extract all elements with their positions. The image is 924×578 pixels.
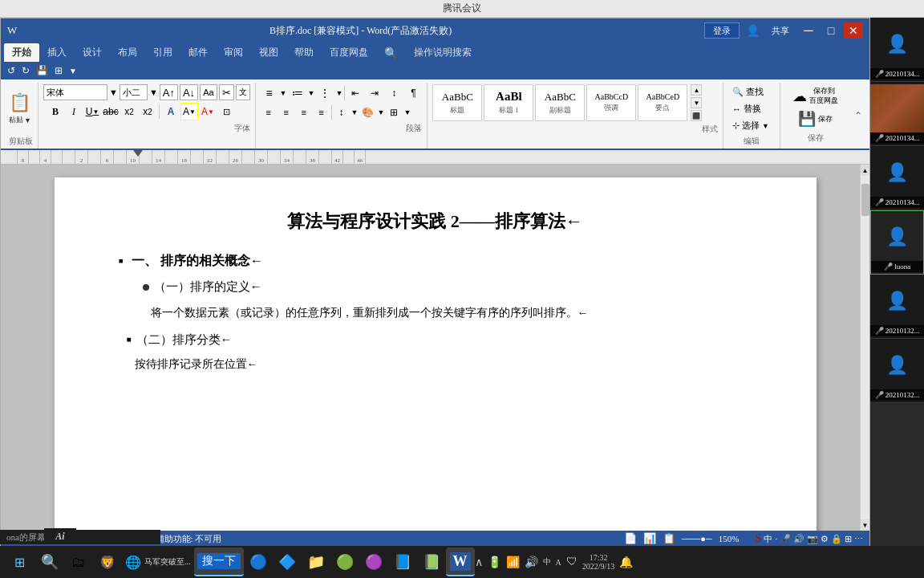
style-emphasis[interactable]: AaBbCcD 强调 (586, 84, 636, 121)
font-increase-button[interactable]: A↑ (160, 84, 178, 100)
highlight-button[interactable]: A▼ (180, 103, 198, 120)
find-button[interactable]: 🔍 查找 (728, 84, 775, 100)
taskbar-explorer[interactable]: 📁 (302, 547, 330, 576)
unordered-dropdown-icon[interactable]: ▼ (280, 89, 287, 97)
taskbar-greenapp[interactable]: 📗 (417, 547, 446, 576)
more-icon[interactable]: ⋯ (854, 534, 863, 544)
notification-icon[interactable]: 🔔 (619, 556, 633, 569)
ime-en-label[interactable]: A (556, 558, 561, 567)
view-icon-1[interactable]: 📄 (624, 532, 637, 545)
style-subtitle[interactable]: AaBbC 副标题 (535, 84, 585, 121)
scroll-thumb[interactable] (861, 184, 869, 216)
doc-area[interactable]: 算法与程序设计实践 2——排序算法← ▪ 一、 排序的相关概念← （一）排序的定… (1, 165, 869, 531)
view-icon-3[interactable]: 📋 (663, 532, 675, 545)
tab-baidu[interactable]: 百度网盘 (322, 43, 376, 62)
ordered-list-button[interactable]: ≔ (289, 84, 306, 102)
save-button[interactable]: 💾 保存 (792, 108, 838, 130)
volume-icon[interactable]: 🔊 (793, 534, 804, 544)
decrease-indent-button[interactable]: ⇤ (346, 84, 364, 102)
scroll-up-button[interactable]: ▲ (861, 165, 870, 176)
char-border-button[interactable]: ⊡ (217, 103, 235, 120)
battery-icon[interactable]: 🔋 (488, 556, 501, 569)
style-keypoint[interactable]: AaBbCeD 要点 (638, 84, 687, 121)
tab-insert[interactable]: 插入 (39, 43, 75, 62)
volume-tray-icon[interactable]: 🔊 (525, 556, 538, 569)
shading-button[interactable]: 🎨 (360, 104, 376, 120)
tab-search-icon[interactable]: 🔍 (376, 44, 406, 62)
align-justify-button[interactable]: ≡ (314, 104, 330, 120)
border-dropdown-icon[interactable]: ▼ (403, 108, 411, 116)
minimize-button[interactable]: ─ (799, 22, 818, 39)
tab-design[interactable]: 设计 (75, 43, 110, 62)
align-left-button[interactable]: ≡ (261, 104, 277, 120)
taskbar-search-active[interactable]: 搜一下 (194, 547, 244, 576)
redo-button[interactable]: ↻ (20, 65, 31, 77)
taskbar-task-view[interactable]: 🗂 (64, 547, 93, 576)
lock-icon[interactable]: 🔒 (831, 534, 842, 544)
font-size-input[interactable] (120, 84, 148, 100)
tab-operation-search[interactable]: 操作说明搜索 (406, 43, 480, 62)
align-right-button[interactable]: ≡ (296, 104, 312, 120)
font-size-dropdown-icon[interactable]: ▼ (149, 88, 158, 97)
start-button[interactable]: ⊞ (3, 547, 35, 576)
undo-button[interactable]: ↺ (6, 65, 17, 77)
font-family-dropdown-icon[interactable]: ▼ (109, 88, 118, 97)
taskbar-search[interactable]: 🔍 (35, 547, 64, 576)
unordered-list-button[interactable]: ≡ (261, 84, 278, 102)
select-dropdown-icon[interactable]: ▼ (762, 122, 769, 130)
styles-expand[interactable]: ⬛ (691, 110, 702, 121)
font-decrease-button[interactable]: A↓ (180, 84, 198, 100)
share-button[interactable]: 共享 (765, 22, 796, 39)
change-case-button[interactable]: Aa (200, 84, 217, 100)
border-button[interactable]: ⊞ (386, 104, 402, 120)
paste-dropdown-icon[interactable]: ▼ (24, 116, 31, 124)
login-button[interactable]: 登录 (704, 22, 740, 39)
camera-icon[interactable]: 📷 (807, 534, 818, 544)
dropdown-button[interactable]: ▼ (67, 67, 79, 75)
taskbar-edge[interactable]: 🔷 (273, 547, 302, 576)
select-button[interactable]: ⊹ 选择 ▼ (728, 118, 775, 133)
ordered-dropdown-icon[interactable]: ▼ (308, 89, 315, 97)
tab-home[interactable]: 开始 (4, 43, 39, 62)
tray-expand-icon[interactable]: ∧ (475, 556, 483, 569)
bold-button[interactable]: B (47, 103, 64, 120)
taskbar-tencent[interactable]: 🟣 (359, 547, 388, 576)
strikethrough-button[interactable]: abc (102, 103, 120, 120)
clear-format-button[interactable]: ✂ (219, 84, 234, 100)
multilevel-list-button[interactable]: ⋮ (316, 84, 334, 102)
mic-icon[interactable]: 🎤 (780, 534, 791, 544)
tab-review[interactable]: 审阅 (216, 43, 251, 62)
taskbar-wechat[interactable]: 🟢 (330, 547, 359, 576)
tab-references[interactable]: 引用 (145, 43, 180, 62)
style-normal[interactable]: AaBbC 标题 (432, 84, 482, 121)
align-center-button[interactable]: ≡ (278, 104, 294, 120)
styles-scroll-down[interactable]: ▼ (691, 97, 702, 108)
replace-button[interactable]: ↔ 替换 (728, 101, 775, 116)
settings-icon2[interactable]: ⚙ (821, 534, 829, 544)
close-button[interactable]: ✕ (844, 22, 863, 39)
paste-icon[interactable]: 📋 (9, 92, 30, 113)
scroll-down-button[interactable]: ▼ (861, 519, 870, 531)
ribbon-collapse-button[interactable]: ⌃ (850, 83, 866, 149)
styles-scroll-up[interactable]: ▲ (691, 84, 702, 96)
view-icon-2[interactable]: 📊 (643, 532, 656, 545)
taskbar-chrome[interactable]: 🔵 (244, 547, 273, 576)
style-heading1[interactable]: AaBl 标题 1 (484, 84, 533, 121)
superscript-button[interactable]: x2 (139, 103, 156, 120)
ime-label[interactable]: 中 (543, 556, 551, 568)
s-icon[interactable]: S (755, 532, 761, 545)
line-spacing-button[interactable]: ↕ (334, 104, 350, 120)
tab-layout[interactable]: 布局 (110, 43, 145, 62)
tab-view[interactable]: 视图 (251, 43, 286, 62)
show-marks-button[interactable]: ¶ (404, 84, 422, 102)
font-color-button[interactable]: A▼ (199, 103, 217, 120)
italic-button[interactable]: I (65, 103, 83, 120)
increase-indent-button[interactable]: ⇥ (366, 84, 383, 102)
underline-button[interactable]: U▼ (83, 103, 101, 120)
subscript-button[interactable]: x2 (120, 103, 138, 120)
zoom-slider[interactable]: ───●─ (682, 534, 712, 543)
taskbar-360browser[interactable]: 🦁 (93, 547, 122, 576)
taskbar-word[interactable]: W (446, 547, 475, 576)
shading-dropdown-icon[interactable]: ▼ (378, 108, 385, 116)
tab-help[interactable]: 帮助 (286, 43, 322, 62)
